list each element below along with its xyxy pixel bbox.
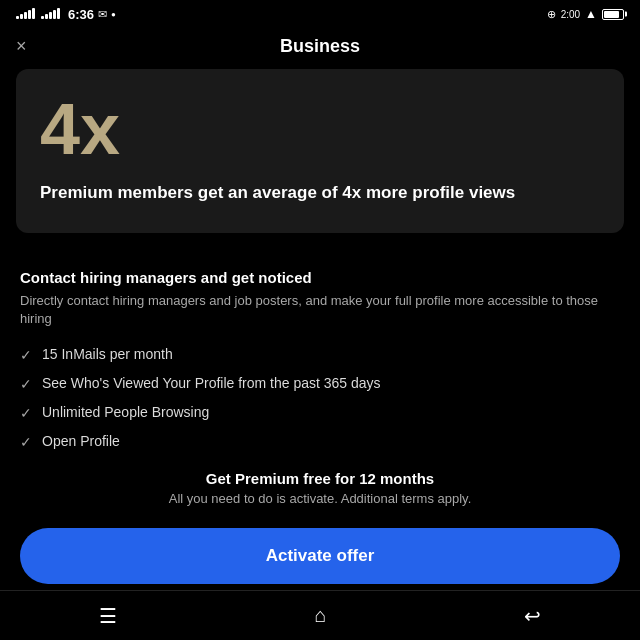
check-icon-2: ✓ bbox=[20, 376, 32, 392]
status-right: ⊕ 2:00 ▲ bbox=[547, 7, 624, 21]
hero-section: 4x Premium members get an average of 4x … bbox=[16, 69, 624, 233]
battery-icon bbox=[602, 9, 624, 20]
promo-section: Get Premium free for 12 months All you n… bbox=[0, 450, 640, 518]
signal-icon bbox=[16, 9, 35, 19]
activate-offer-button[interactable]: Activate offer bbox=[20, 528, 620, 584]
feature-subtext: Directly contact hiring managers and job… bbox=[20, 292, 620, 328]
wifi-icon: ▲ bbox=[585, 7, 597, 21]
menu-icon[interactable]: ☰ bbox=[99, 604, 117, 628]
list-item: ✓ 15 InMails per month bbox=[20, 346, 620, 363]
cta-section: Activate offer bbox=[0, 518, 640, 600]
feature-item-1-text: 15 InMails per month bbox=[42, 346, 173, 362]
promo-subtitle: All you need to do is activate. Addition… bbox=[20, 491, 620, 506]
nav-header: × Business bbox=[0, 28, 640, 69]
list-item: ✓ Unlimited People Browsing bbox=[20, 404, 620, 421]
list-item: ✓ See Who's Viewed Your Profile from the… bbox=[20, 375, 620, 392]
signal2-icon bbox=[41, 9, 60, 19]
lte-text: 2:00 bbox=[561, 9, 580, 20]
check-icon-1: ✓ bbox=[20, 347, 32, 363]
status-left: 6:36 ✉ ● bbox=[16, 7, 116, 22]
promo-title: Get Premium free for 12 months bbox=[20, 470, 620, 487]
page-title: Business bbox=[46, 36, 594, 57]
feature-item-3-text: Unlimited People Browsing bbox=[42, 404, 209, 420]
dot-icon: ● bbox=[111, 10, 116, 19]
home-icon[interactable]: ⌂ bbox=[314, 604, 326, 627]
features-section: Contact hiring managers and get noticed … bbox=[0, 249, 640, 450]
back-icon[interactable]: ↩ bbox=[524, 604, 541, 628]
email-icon: ✉ bbox=[98, 8, 107, 21]
feature-item-4-text: Open Profile bbox=[42, 433, 120, 449]
hero-description: Premium members get an average of 4x mor… bbox=[40, 181, 600, 205]
close-button[interactable]: × bbox=[16, 36, 46, 57]
status-bar: 6:36 ✉ ● ⊕ 2:00 ▲ bbox=[0, 0, 640, 28]
feature-heading: Contact hiring managers and get noticed bbox=[20, 269, 620, 286]
feature-item-2-text: See Who's Viewed Your Profile from the p… bbox=[42, 375, 381, 391]
check-icon-4: ✓ bbox=[20, 434, 32, 450]
check-icon-3: ✓ bbox=[20, 405, 32, 421]
bottom-nav: ☰ ⌂ ↩ bbox=[0, 590, 640, 640]
list-item: ✓ Open Profile bbox=[20, 433, 620, 450]
feature-list: ✓ 15 InMails per month ✓ See Who's Viewe… bbox=[20, 346, 620, 450]
hero-multiplier: 4x bbox=[40, 93, 600, 165]
location-icon: ⊕ bbox=[547, 8, 556, 21]
time-display: 6:36 bbox=[68, 7, 94, 22]
